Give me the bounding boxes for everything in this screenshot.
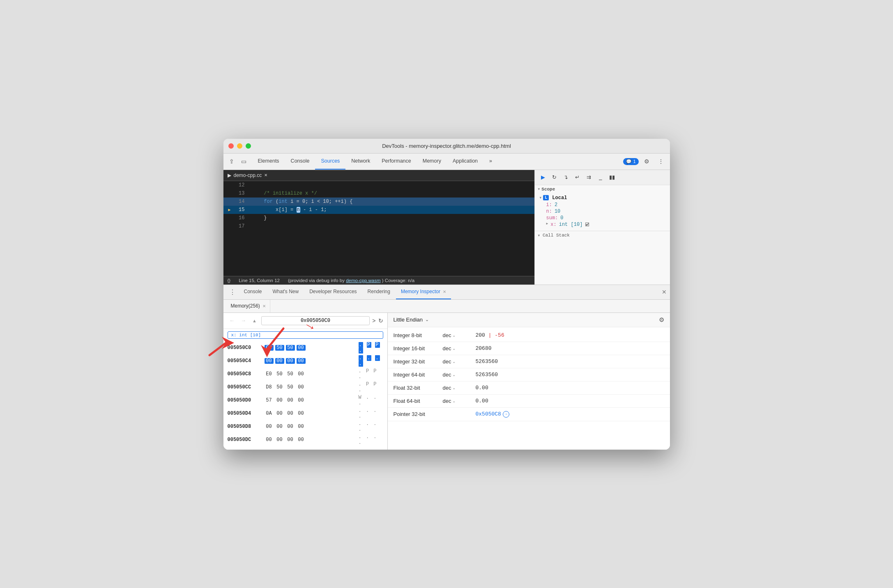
interpret-row-int32: Integer 32-bit dec ⌄ 5263560 (388, 355, 670, 368)
scope-triangle[interactable]: ▼ (538, 187, 540, 191)
hex-byte-1-2[interactable]: 00 (286, 358, 295, 364)
hex-byte-7-2[interactable]: 00 (286, 437, 295, 443)
int32-format[interactable]: dec ⌄ (443, 358, 476, 365)
pause-on-exceptions-btn[interactable]: ▮▮ (607, 172, 617, 182)
hex-byte-4-1[interactable]: 00 (275, 397, 284, 403)
debug-link[interactable]: demo-cpp.wasm (346, 278, 380, 283)
hex-byte-3-0[interactable]: D8 (265, 384, 274, 390)
cursor-icon[interactable]: ⇪ (227, 156, 237, 166)
maximize-button[interactable] (246, 143, 251, 149)
tab-whats-new[interactable]: What's New (268, 285, 304, 299)
deactivate-btn[interactable]: ⎯ (596, 172, 605, 182)
hex-addr-7: 005050DC (228, 437, 265, 443)
device-icon[interactable]: ▭ (239, 156, 249, 166)
tab-application[interactable]: Application (447, 154, 483, 170)
tab-elements[interactable]: Elements (252, 154, 285, 170)
x-triangle[interactable]: ► (546, 222, 548, 228)
refresh-btn[interactable]: ↻ (378, 317, 383, 324)
step-out-btn[interactable]: ↵ (573, 172, 582, 182)
float64-format[interactable]: dec ⌄ (443, 398, 476, 404)
hex-byte-1-1[interactable]: 00 (275, 358, 284, 364)
hex-byte-2-2[interactable]: 50 (286, 371, 295, 377)
tab-memory-inspector[interactable]: Memory Inspector ✕ (396, 285, 451, 299)
local-triangle[interactable]: ▼ (540, 196, 542, 200)
callstack-triangle[interactable]: ▼ (538, 234, 540, 237)
hex-byte-0-2[interactable]: 50 (286, 345, 295, 351)
hex-byte-3-1[interactable]: 50 (275, 384, 284, 390)
scope-panel-content: ▼ Scope ▼ L Local i: 2 (535, 185, 670, 285)
hex-byte-3-2[interactable]: 50 (286, 384, 295, 390)
float32-format[interactable]: dec ⌄ (443, 385, 476, 391)
pointer-link[interactable]: 0x5050C8 → (476, 411, 664, 418)
hex-byte-4-0[interactable]: 57 (265, 397, 274, 403)
int64-format[interactable]: dec ⌄ (443, 372, 476, 378)
hex-byte-2-0[interactable]: E0 (265, 371, 274, 377)
console-badge[interactable]: 💬 1 (623, 158, 638, 165)
scope-panel: ▶ ↻ ↴ ↵ ⇉ ⎯ ▮▮ ▼ Scope ▼ (534, 170, 670, 285)
nav-forward-arrow[interactable]: > (372, 317, 375, 324)
memory-icon[interactable]: 🗹 (585, 222, 590, 228)
step-over-btn[interactable]: ↻ (550, 172, 559, 182)
hex-byte-6-0[interactable]: 00 (265, 424, 274, 430)
hex-byte-4-3[interactable]: 00 (297, 397, 306, 403)
hex-byte-0-0[interactable]: C8 (265, 345, 274, 351)
hex-byte-6-1[interactable]: 00 (275, 424, 284, 430)
memory-256-close[interactable]: ✕ (262, 304, 266, 308)
file-tab-close[interactable]: ✕ (264, 173, 267, 177)
interpret-settings-icon[interactable]: ⚙ (659, 316, 664, 324)
hex-byte-5-2[interactable]: 00 (286, 411, 295, 416)
hex-byte-6-2[interactable]: 00 (286, 424, 295, 430)
tab-developer-resources[interactable]: Developer Resources (304, 285, 361, 299)
hex-byte-1-0[interactable]: 00 (265, 358, 274, 364)
ascii-0-2: P (375, 342, 380, 348)
code-area[interactable]: 12 13 /* initialize x */ 14 (223, 181, 534, 283)
tab-console[interactable]: Console (285, 154, 315, 170)
hex-byte-2-3[interactable]: 00 (297, 371, 306, 377)
tab-performance[interactable]: Performance (376, 154, 417, 170)
int8-format[interactable]: dec ⌄ (443, 332, 476, 338)
tab-sources[interactable]: Sources (315, 154, 345, 170)
minimize-button[interactable] (237, 143, 242, 149)
scope-local: ▼ L Local i: 2 n: 10 sum (535, 193, 670, 229)
nav-back-btn[interactable]: ← (228, 316, 237, 325)
more-options-icon[interactable]: ⋮ (655, 156, 667, 167)
hex-byte-4-2[interactable]: 00 (286, 397, 295, 403)
hex-byte-7-3[interactable]: 00 (297, 437, 306, 443)
hex-byte-7-1[interactable]: 00 (275, 437, 284, 443)
tab-memory[interactable]: Memory (417, 154, 447, 170)
bottom-tabs-more[interactable]: ⋮ (227, 288, 238, 296)
nav-forward-btn[interactable]: → (239, 316, 248, 325)
hex-byte-5-1[interactable]: 00 (275, 411, 284, 416)
interpret-row-float32: Float 32-bit dec ⌄ 0.00 (388, 381, 670, 395)
tab-network[interactable]: Network (345, 154, 376, 170)
tab-more[interactable]: » (483, 154, 498, 170)
hex-byte-0-3[interactable]: 00 (297, 345, 306, 351)
ascii-1-0: . (359, 355, 363, 361)
memory-256-tab[interactable]: Memory(256) ✕ (227, 300, 270, 312)
settings-icon[interactable]: ⚙ (641, 156, 653, 167)
step-btn[interactable]: ⇉ (584, 172, 594, 182)
file-tab-name[interactable]: demo-cpp.cc (234, 172, 262, 178)
hex-byte-0-1[interactable]: 50 (275, 345, 284, 351)
hex-byte-5-0[interactable]: 0A (265, 411, 274, 416)
close-button[interactable] (228, 143, 234, 149)
hex-byte-3-3[interactable]: 00 (297, 384, 306, 390)
hex-byte-6-3[interactable]: 00 (297, 424, 306, 430)
int16-format[interactable]: dec ⌄ (443, 345, 476, 351)
resume-btn[interactable]: ▶ (538, 172, 548, 182)
endian-select[interactable]: Little Endian ⌄ (394, 317, 429, 323)
step-into-btn[interactable]: ↴ (561, 172, 571, 182)
hex-byte-1-3[interactable]: 00 (297, 358, 306, 364)
hex-row-3: 005050CC D8 50 50 00 . P P . (223, 381, 387, 394)
close-all-button[interactable]: ✕ (662, 289, 667, 295)
tab-console-bottom[interactable]: Console (239, 285, 267, 299)
hex-byte-2-1[interactable]: 50 (275, 371, 284, 377)
status-bar: {} Line 15, Column 12 (provided via debu… (223, 276, 534, 285)
tab-rendering[interactable]: Rendering (363, 285, 395, 299)
hex-byte-5-3[interactable]: 00 (297, 411, 306, 416)
hex-byte-7-0[interactable]: 00 (265, 437, 274, 443)
hex-bytes-2: E0 50 50 00 (265, 371, 359, 377)
bottom-panel: ⋮ Console What's New Developer Resources… (223, 285, 670, 450)
interpret-panel: Little Endian ⌄ ⚙ Integer 8-bit dec ⌄ (388, 313, 670, 450)
memory-inspector-tab-close[interactable]: ✕ (443, 289, 446, 294)
